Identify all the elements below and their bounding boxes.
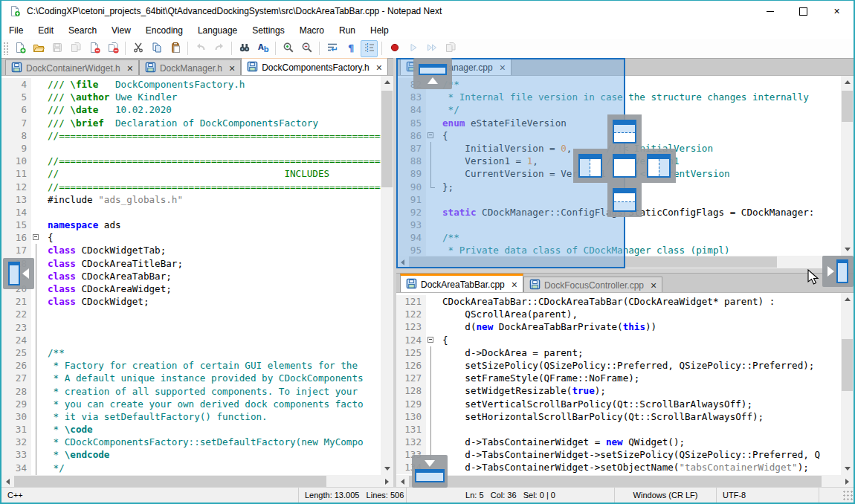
menu-item-settings[interactable]: Settings [245,23,291,38]
scroll-down-button[interactable] [841,243,854,256]
edge-drop-indicator-top[interactable] [413,58,452,89]
tab-DockContainerWidget.h[interactable]: DockContainerWidget.h× [5,59,139,76]
redo-button[interactable] [210,40,228,57]
scrollbar-thumb[interactable] [381,91,393,187]
scroll-right-button[interactable] [381,475,393,488]
open-file-button[interactable] [30,40,47,57]
replace-button[interactable]: Ab [254,40,271,57]
tab-DockManager.h[interactable]: DockManager.h× [139,59,241,76]
scrollbar-thumb[interactable] [842,91,853,122]
code-text: //======================================… [42,155,381,167]
macro-run-multiple-button[interactable] [423,40,440,57]
scrollbar-thumb[interactable] [842,339,853,391]
fold-margin [426,398,436,410]
line-number: 125 [396,346,426,359]
menu-item-view[interactable]: View [104,23,138,38]
code-text: /// \brief Declaration of DockComponents… [42,117,318,129]
menu-item-search[interactable]: Search [61,23,104,38]
zoom-out-button[interactable] [298,40,315,57]
line-number: 123 [396,320,426,333]
tab-close-icon[interactable]: × [127,64,133,73]
dock-edge-bottom-icon [415,469,445,482]
editor-left[interactable]: 4/// \file DockComponentsFactory.h5/// \… [1,75,393,475]
menu-item-macro[interactable]: Macro [292,23,332,38]
scroll-left-button[interactable] [1,475,14,488]
close-button[interactable]: × [820,1,854,22]
scroll-up-button[interactable] [841,293,854,306]
fold-marker-icon[interactable] [31,231,42,244]
line-number: 128 [396,384,426,397]
toolbar-grip[interactable] [3,42,9,55]
drop-indicator-top[interactable] [607,114,642,149]
vertical-scrollbar-top-right[interactable] [841,76,854,256]
save-all-button[interactable] [67,40,84,57]
tab-close-icon[interactable]: × [229,64,235,73]
menu-item-encoding[interactable]: Encoding [138,23,190,38]
title-bar[interactable]: C:\CodingXP\cetoni_projects_64bit\QtAdva… [1,1,854,22]
tab-DockFocusController.cpp[interactable]: DockFocusController.cpp× [523,277,662,293]
edge-drop-indicator-right[interactable] [822,256,854,287]
close-all-button[interactable] [104,40,121,57]
toolbar-separator [319,42,320,55]
code-line: 30 * it via setDefaultFactory() function… [1,410,381,423]
new-file-button[interactable] [11,40,28,57]
close-file-button[interactable] [86,40,103,57]
fold-margin [31,321,42,334]
scroll-right-button[interactable] [841,475,854,488]
scroll-down-button[interactable] [841,462,854,475]
maximize-button[interactable] [787,1,820,22]
drop-indicator-left[interactable] [573,149,607,183]
resize-grip[interactable] [842,489,854,501]
tab-DockAreaTabBar.cpp[interactable]: DockAreaTabBar.cpp× [400,274,523,293]
horizontal-scrollbar-left[interactable] [1,475,393,488]
save-file-button[interactable] [48,40,65,57]
code-view-left[interactable]: 4/// \file DockComponentsFactory.h5/// \… [1,76,381,475]
scroll-up-button[interactable] [841,76,854,88]
horizontal-scrollbar-bottom-right[interactable] [396,475,854,488]
line-number: 17 [1,244,31,256]
cut-button[interactable] [129,40,146,57]
scroll-down-button[interactable] [381,462,393,475]
menu-item-file[interactable]: File [1,23,30,38]
editor-bottom-right[interactable]: 121CDockAreaTabBar::CDockAreaTabBar(CDoc… [396,292,854,475]
macro-save-button[interactable] [442,40,459,57]
edge-drop-indicator-left[interactable] [3,258,34,289]
macro-playback-button[interactable] [404,40,422,57]
undo-button[interactable] [192,40,209,57]
find-button[interactable] [236,40,253,57]
paste-button[interactable] [167,40,184,57]
scroll-up-button[interactable] [381,76,393,88]
word-wrap-button[interactable] [323,40,341,57]
code-line: 132 d->TabsContainerWidget = new QWidget… [396,436,841,448]
tab-close-icon[interactable]: × [512,280,517,289]
show-all-characters-button[interactable]: ¶ [342,40,359,57]
vertical-scrollbar-bottom-right[interactable] [841,293,854,475]
code-view-bottom-right[interactable]: 121CDockAreaTabBar::CDockAreaTabBar(CDoc… [396,293,841,475]
menu-item-help[interactable]: Help [363,23,396,38]
indentation-guides-button[interactable] [361,40,378,57]
zoom-in-button[interactable] [280,40,297,57]
menu-item-language[interactable]: Language [190,23,245,38]
drop-indicator-bottom[interactable] [607,183,642,217]
scrollbar-thumb[interactable] [14,476,326,487]
tab-DockComponentsFactory.h[interactable]: DockComponentsFactory.h× [241,58,388,76]
drop-indicator-right[interactable] [642,149,676,183]
scroll-left-button[interactable] [396,475,409,488]
minimize-button[interactable] [753,1,787,22]
zoom-in-icon [283,42,294,56]
scrollbar-thumb[interactable] [409,476,822,487]
new-file-icon [14,42,26,56]
macro-record-button[interactable] [386,40,403,57]
tab-close-icon[interactable]: × [376,63,382,72]
copy-button[interactable] [148,40,165,57]
vertical-scrollbar-left[interactable] [381,76,393,475]
menu-item-edit[interactable]: Edit [30,23,61,38]
tab-close-icon[interactable]: × [651,281,656,290]
line-number: 31 [1,423,31,436]
drop-indicator-center[interactable] [607,149,642,183]
menu-item-run[interactable]: Run [332,23,363,38]
code-line: 131 [396,423,841,436]
edge-drop-indicator-bottom[interactable] [412,455,448,488]
fold-marker-icon[interactable] [426,334,436,346]
arrow-right-icon [827,266,834,277]
